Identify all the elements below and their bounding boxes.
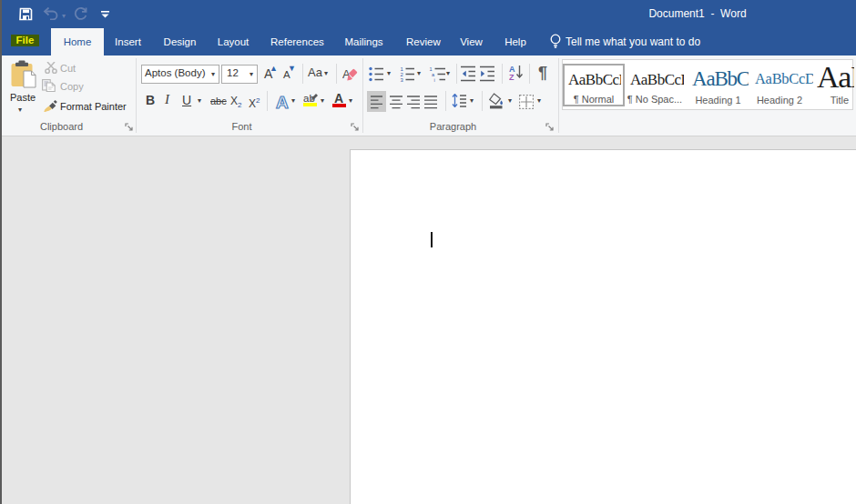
svg-text:3: 3 — [401, 77, 404, 83]
svg-text:Z: Z — [509, 73, 515, 80]
svg-text:i: i — [434, 77, 435, 83]
svg-text:A: A — [276, 93, 289, 111]
